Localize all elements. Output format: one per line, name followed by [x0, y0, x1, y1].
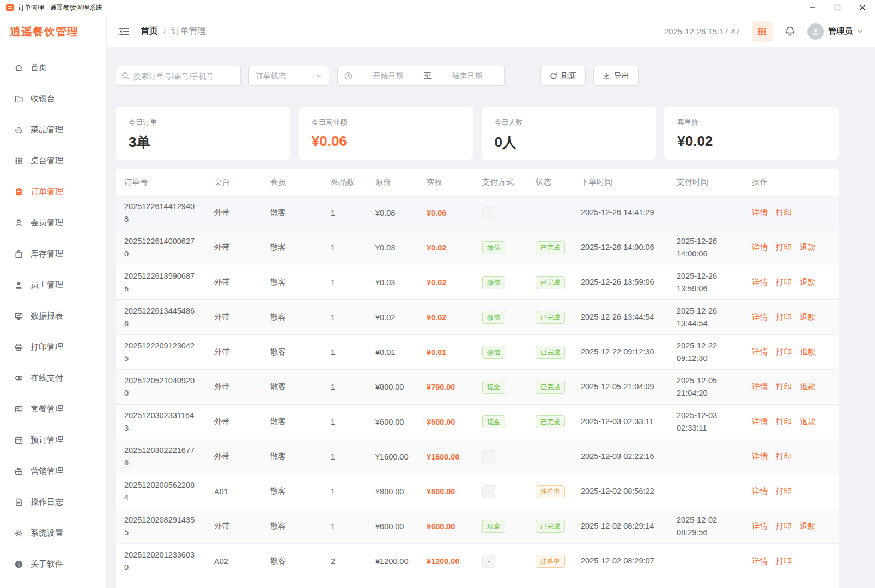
order-time: 2025-12-22 09:12:30 [581, 335, 677, 369]
maximize-icon[interactable] [825, 0, 850, 15]
current-time: 2025-12-26 15:17:47 [664, 27, 740, 36]
date-range-picker[interactable]: 开始日期 至 结束日期 [337, 66, 505, 86]
sidebar-item-payment[interactable]: 在线支付 [0, 363, 106, 394]
action-link-详情[interactable]: 详情 [752, 416, 768, 427]
order-status: 已完成 [536, 265, 581, 299]
home-icon [14, 63, 23, 72]
stat-card-avg-ticket: 客单价 ¥0.02 [664, 107, 839, 160]
sidebar-item-reservation[interactable]: 预订管理 [0, 425, 106, 456]
sidebar-item-inventory[interactable]: 库存管理 [0, 238, 106, 270]
sidebar-item-orders[interactable]: 订单管理 [0, 176, 106, 207]
sidebar-item-marketing[interactable]: 营销管理 [0, 456, 106, 487]
action-link-退款[interactable]: 退款 [800, 312, 816, 322]
refresh-icon [550, 72, 557, 80]
member: 散客 [270, 509, 331, 543]
action-link-打印[interactable]: 打印 [776, 347, 792, 357]
table-no: 外带 [214, 335, 270, 369]
table-no: 外带 [214, 300, 270, 334]
chevron-down-icon [857, 29, 863, 33]
order-status-select[interactable]: 订单状态 [248, 66, 329, 86]
action-link-打印[interactable]: 打印 [776, 521, 792, 531]
pay-time: 2025-12-05 21:04:20 [677, 370, 743, 404]
order-no: 20251203022216778 [116, 439, 214, 474]
action-link-详情[interactable]: 详情 [752, 242, 768, 253]
action-link-退款[interactable]: 退款 [800, 382, 816, 392]
table-no: 外带 [214, 195, 270, 230]
sidebar-collapse-icon[interactable] [119, 27, 130, 36]
apps-grid-icon[interactable] [752, 21, 773, 42]
sidebar-item-print[interactable]: 打印管理 [0, 332, 106, 363]
action-link-详情[interactable]: 详情 [752, 277, 768, 287]
member: 散客 [270, 439, 331, 474]
action-link-退款[interactable]: 退款 [800, 347, 816, 357]
sidebar-item-settings[interactable]: 系统设置 [0, 518, 106, 549]
action-link-打印[interactable]: 打印 [776, 556, 792, 566]
notification-bell-icon[interactable] [785, 26, 795, 37]
dish-count: 1 [331, 300, 375, 334]
action-link-打印[interactable]: 打印 [776, 277, 792, 287]
column-header: 操作 [743, 169, 839, 195]
order-status: 已完成 [536, 230, 581, 265]
order-status: 已完成 [536, 335, 581, 369]
sidebar-item-home[interactable]: 首页 [0, 52, 106, 83]
table-row: 20251222091230425外带散客1¥0.01¥0.01微信已完成202… [116, 334, 839, 369]
sidebar-item-staff[interactable]: 员工管理 [0, 270, 106, 301]
user-name: 管理员 [828, 26, 853, 36]
action-link-打印[interactable]: 打印 [776, 242, 792, 253]
search-box[interactable] [116, 66, 241, 86]
action-link-打印[interactable]: 打印 [776, 486, 792, 497]
action-link-退款[interactable]: 退款 [800, 277, 816, 287]
minimize-icon[interactable] [800, 0, 825, 15]
close-icon[interactable] [850, 0, 875, 15]
payment-method: - [482, 474, 536, 509]
action-link-打印[interactable]: 打印 [776, 207, 792, 218]
sidebar-item-label: 数据报表 [31, 311, 63, 321]
action-link-打印[interactable]: 打印 [776, 312, 792, 322]
export-button[interactable]: 导出 [593, 66, 639, 86]
window-titlebar[interactable]: 订单管理 - 逍遥餐饮管理系统 [0, 0, 875, 15]
refresh-button[interactable]: 刷新 [540, 66, 586, 86]
success-badge: 已完成 [536, 415, 565, 428]
action-link-详情[interactable]: 详情 [752, 382, 768, 392]
order-status: 已完成 [536, 509, 581, 543]
search-input[interactable] [133, 72, 235, 81]
original-price: ¥600.00 [375, 509, 427, 543]
sidebar-item-reports[interactable]: 数据报表 [0, 301, 106, 332]
column-header: 原价 [375, 169, 427, 195]
success-badge: 微信 [482, 241, 505, 254]
action-link-详情[interactable]: 详情 [752, 486, 768, 497]
dish-count: 1 [331, 509, 375, 543]
action-link-打印[interactable]: 打印 [776, 416, 792, 427]
action-link-详情[interactable]: 详情 [752, 347, 768, 357]
breadcrumb-current: 订单管理 [171, 26, 206, 37]
action-link-详情[interactable]: 详情 [752, 556, 768, 566]
sidebar-item-tables[interactable]: 桌台管理 [0, 145, 106, 176]
action-link-打印[interactable]: 打印 [776, 451, 792, 462]
action-link-详情[interactable]: 详情 [752, 451, 768, 462]
original-price: ¥800.00 [375, 370, 427, 404]
action-link-详情[interactable]: 详情 [752, 207, 768, 218]
pay-time [677, 544, 743, 578]
sidebar-item-members[interactable]: 会员管理 [0, 207, 106, 238]
action-link-打印[interactable]: 打印 [776, 382, 792, 392]
sidebar-item-logs[interactable]: 操作日志 [0, 487, 106, 518]
action-link-退款[interactable]: 退款 [800, 242, 816, 253]
payment-method: 现金 [482, 405, 536, 439]
member: 散客 [270, 265, 331, 299]
breadcrumb-home[interactable]: 首页 [141, 26, 158, 37]
order-status: 已完成 [536, 370, 581, 404]
action-link-详情[interactable]: 详情 [752, 521, 768, 531]
date-start-placeholder: 开始日期 [358, 71, 418, 81]
success-badge: 现金 [482, 415, 505, 428]
sidebar-item-dishes[interactable]: 菜品管理 [0, 114, 106, 145]
action-link-退款[interactable]: 退款 [800, 416, 816, 427]
action-link-详情[interactable]: 详情 [752, 312, 768, 322]
member: 散客 [270, 230, 331, 265]
action-link-退款[interactable]: 退款 [800, 521, 816, 531]
sidebar-item-cashier[interactable]: 收银台 [0, 83, 106, 114]
member: 散客 [270, 335, 331, 369]
sidebar-item-combo[interactable]: 套餐管理 [0, 394, 106, 425]
sidebar-item-about[interactable]: 关于软件 [0, 549, 106, 580]
order-no: 20251226140006270 [116, 230, 214, 265]
user-menu[interactable]: 管理员 [807, 23, 863, 40]
